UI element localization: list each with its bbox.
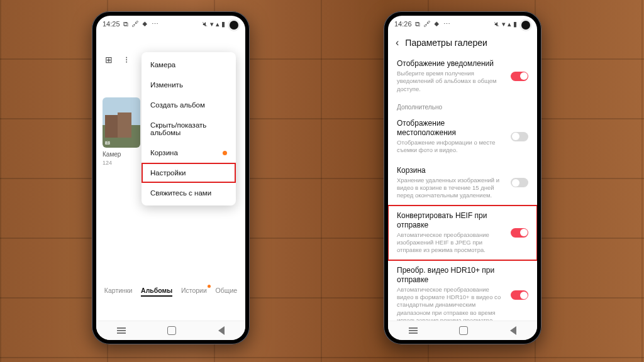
settings-row-title: Преобр. видео HDR10+ при отправке: [397, 266, 506, 285]
toggle-switch[interactable]: [511, 228, 528, 238]
dropbox-icon: ⯁: [142, 20, 148, 28]
menu-item-0[interactable]: Камера: [142, 55, 236, 75]
toggle-switch[interactable]: [511, 178, 528, 187]
mute-icon: 🔇︎: [201, 20, 208, 28]
settings-row-text: Конвертировать HEIF при отправкеАвтомати…: [397, 211, 506, 255]
screenshot-icon: ⧉: [123, 20, 128, 28]
back-button[interactable]: [510, 326, 516, 335]
album-caption: Камер 124: [103, 150, 121, 167]
menu-item-2[interactable]: Создать альбом: [142, 95, 236, 115]
tab-Истории[interactable]: Истории: [181, 287, 207, 297]
settings-row-title: Отображение местоположения: [397, 119, 506, 138]
phone-frame-1: 14:25 ⧉ 🔗︎ ⯁ ⋯ 🔇︎ ▾ ▴ ▮ ⊞ ⁝ 📷︎ Камер 124: [92, 11, 250, 344]
status-time: 14:26: [394, 20, 412, 28]
page-title: Параметры галереи: [405, 38, 487, 48]
settings-row-text: Отображение уведомленийВыберите время по…: [397, 59, 506, 93]
gallery-body: ⊞ ⁝ 📷︎ Камер 124 КамераИзменитьСоздать а…: [96, 32, 245, 321]
settings-row-text: Преобр. видео HDR10+ при отправкеАвтомат…: [397, 266, 506, 325]
settings-row-subtitle: Автоматическое преобразование изображени…: [397, 231, 506, 255]
settings-row-3[interactable]: КорзинаХранение удаленных изображений и …: [388, 160, 537, 206]
recent-apps-button[interactable]: [409, 330, 418, 331]
back-arrow-icon[interactable]: ‹: [396, 37, 399, 48]
status-bar: 14:25 ⧉ 🔗︎ ⯁ ⋯ 🔇︎ ▾ ▴ ▮: [96, 16, 245, 32]
settings-row-subtitle: Выберите время получения уведомлений об …: [397, 70, 506, 93]
wifi-icon: ▾: [210, 20, 214, 28]
toggle-switch[interactable]: [511, 72, 528, 81]
album-count: 124: [103, 160, 112, 166]
camera-icon: 📷︎: [105, 140, 110, 146]
gallery-tabs: КартинкиАльбомыИсторииОбщие: [96, 282, 245, 302]
tab-Общие[interactable]: Общие: [216, 287, 238, 297]
badge-dot: [208, 285, 211, 288]
toggle-switch[interactable]: [511, 290, 528, 300]
settings-row-title: Корзина: [397, 166, 506, 175]
settings-row-2[interactable]: Отображение местоположенияОтображение ин…: [388, 113, 537, 160]
album-thumbnail[interactable]: 📷︎: [103, 97, 140, 148]
menu-item-label: Создать альбом: [150, 101, 205, 109]
settings-row-0[interactable]: Отображение уведомленийВыберите время по…: [388, 53, 537, 99]
menu-item-label: Камера: [150, 61, 175, 69]
dropbox-icon: ⯁: [433, 20, 440, 28]
camera-punch-hole: [230, 21, 238, 30]
album-label: Камер: [103, 151, 121, 158]
android-nav-bar: [96, 321, 245, 340]
screen-1: 14:25 ⧉ 🔗︎ ⯁ ⋯ 🔇︎ ▾ ▴ ▮ ⊞ ⁝ 📷︎ Камер 124: [96, 16, 245, 340]
tab-Картинки[interactable]: Картинки: [104, 287, 133, 297]
gallery-top-icons: ⊞ ⁝: [105, 55, 129, 65]
menu-item-label: Скрыть/показать альбомы: [150, 121, 227, 136]
more-icon: ⋯: [152, 20, 158, 28]
menu-item-label: Настройки: [150, 169, 186, 177]
settings-row-subtitle: Отображение информации о месте съемки фо…: [397, 139, 506, 155]
link-icon: 🔗︎: [131, 20, 138, 28]
home-button[interactable]: [459, 326, 468, 335]
wifi-icon: ▾: [502, 20, 506, 28]
menu-item-4[interactable]: Корзина: [142, 143, 236, 163]
menu-item-label: Свяжитесь с нами: [150, 189, 211, 197]
badge-dot: [223, 151, 227, 155]
menu-item-6[interactable]: Свяжитесь с нами: [142, 183, 236, 203]
android-nav-bar: [388, 321, 537, 340]
status-time: 14:25: [103, 20, 120, 28]
signal-icon: ▴: [216, 20, 219, 28]
settings-row-text: Отображение местоположенияОтображение ин…: [397, 119, 506, 155]
settings-row-title: Отображение уведомлений: [397, 59, 506, 69]
tab-Альбомы[interactable]: Альбомы: [141, 287, 172, 297]
more-icon: ⋯: [443, 20, 450, 28]
settings-row-4[interactable]: Конвертировать HEIF при отправкеАвтомати…: [388, 206, 537, 260]
settings-row-title: Конвертировать HEIF при отправке: [397, 211, 506, 230]
settings-list: Отображение уведомленийВыберите время по…: [388, 53, 537, 340]
menu-item-1[interactable]: Изменить: [142, 75, 236, 95]
menu-item-label: Изменить: [150, 81, 183, 89]
recent-apps-button[interactable]: [117, 330, 126, 331]
section-label: Дополнительно: [388, 99, 537, 113]
menu-item-label: Корзина: [150, 149, 178, 156]
back-button[interactable]: [218, 326, 225, 335]
link-icon: 🔗︎: [423, 20, 430, 28]
battery-icon: ▮: [221, 20, 225, 28]
phone-frame-2: 14:26 ⧉ 🔗︎ ⯁ ⋯ 🔇︎ ▾ ▴ ▮ ‹ Параметры гале…: [384, 11, 541, 344]
screenshot-icon: ⧉: [415, 20, 420, 28]
settings-row-text: КорзинаХранение удаленных изображений и …: [397, 166, 506, 200]
home-button[interactable]: [167, 326, 176, 335]
signal-icon: ▴: [508, 20, 511, 28]
camera-punch-hole: [521, 21, 530, 30]
settings-row-5[interactable]: Преобр. видео HDR10+ при отправкеАвтомат…: [388, 260, 537, 331]
settings-row-subtitle: Хранение удаленных изображений и видео в…: [397, 177, 506, 200]
settings-row-subtitle: Автоматическое преобразование видео в фо…: [397, 286, 506, 325]
status-bar: 14:26 ⧉ 🔗︎ ⯁ ⋯ 🔇︎ ▾ ▴ ▮: [388, 16, 537, 32]
menu-item-3[interactable]: Скрыть/показать альбомы: [142, 115, 236, 143]
mute-icon: 🔇︎: [493, 20, 500, 28]
gallery-overflow-menu: КамераИзменитьСоздать альбомСкрыть/показ…: [142, 52, 236, 206]
battery-icon: ▮: [513, 20, 517, 28]
settings-header: ‹ Параметры галереи: [388, 32, 537, 53]
screen-2: 14:26 ⧉ 🔗︎ ⯁ ⋯ 🔇︎ ▾ ▴ ▮ ‹ Параметры гале…: [388, 16, 537, 340]
toggle-switch[interactable]: [511, 132, 528, 141]
menu-item-5[interactable]: Настройки: [142, 163, 236, 183]
